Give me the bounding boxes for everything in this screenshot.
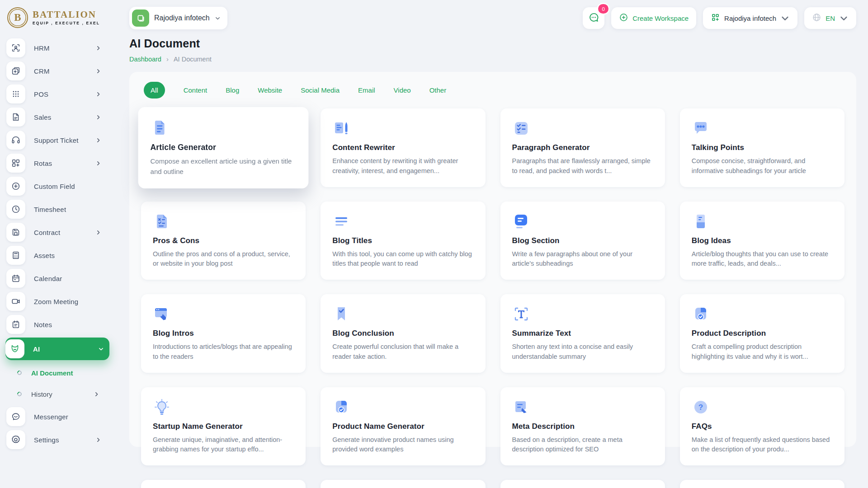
tab-email[interactable]: Email [358,86,375,94]
tool-card[interactable] [500,480,665,488]
tool-card-blog-conclusion[interactable]: Blog ConclusionCreate powerful conclusio… [321,294,485,373]
box-check-icon [332,398,473,416]
tool-card-meta-description[interactable]: Meta DescriptionBased on a description, … [500,387,665,466]
tool-card-product-name-generator[interactable]: Product Name GeneratorGenerate innovativ… [321,387,485,466]
tool-card-blog-intros[interactable]: Blog IntrosIntroductions to articles/blo… [141,294,306,373]
tool-card-summarize-text[interactable]: Summarize TextShorten any text into a co… [500,294,665,373]
tab-blog[interactable]: Blog [226,86,239,94]
card-title: Product Name Generator [332,422,473,431]
breadcrumb-current: AI Document [174,56,212,63]
card-title: FAQs [692,422,833,431]
card-title: Product Description [692,329,833,338]
sidebar-item-pos[interactable]: POS [6,84,107,104]
tool-card-content-rewriter[interactable]: Content RewriterEnhance content by rewri… [321,108,485,187]
tab-other[interactable]: Other [429,86,447,94]
card-description: Make a list of frequently asked question… [692,435,833,455]
card-description: Generate unique, imaginative, and attent… [153,435,294,455]
sidebar-item-label: Contract [34,229,60,236]
tab-content[interactable]: Content [184,86,208,94]
tool-card-talking-points[interactable]: Talking PointsCompose concise, straightf… [680,108,844,187]
sidebar-item-calendar[interactable]: Calendar [6,268,107,289]
tool-card-paragraph-generator[interactable]: Paragraph GeneratorParagraphs that are f… [500,108,665,187]
tool-card-blog-section[interactable]: Blog SectionWrite a few paragraphs about… [500,202,665,280]
ai-icon [5,339,24,358]
breadcrumb-separator: › [166,55,169,63]
lines-icon [332,212,473,230]
create-workspace-label: Create Workspace [632,14,689,22]
sidebar-item-notes[interactable]: Notes [6,314,107,335]
card-description: Based on a description, create a meta de… [512,435,653,455]
sidebar-item-label: CRM [34,67,50,75]
sidebar-item-history[interactable]: History [17,384,107,404]
sidebar-item-settings[interactable]: Settings [6,429,107,450]
bullet-icon [16,370,23,376]
workspace-name: Rajodiya infotech [154,14,210,22]
company-menu-label: Rajodiya infotech [724,14,776,22]
sidebar-item-rotas[interactable]: Rotas [6,153,107,174]
notification-badge: 0 [598,4,609,14]
note-pen-icon [512,398,653,416]
sidebar-item-sales[interactable]: Sales [6,107,107,127]
sidebar-item-crm[interactable]: CRM [6,61,107,81]
tool-card[interactable] [680,480,844,488]
sidebar-item-custom-field[interactable]: Custom Field [6,176,107,197]
hrm-icon [6,38,25,57]
tools-panel: AllContentBlogWebsiteSocial MediaEmailVi… [129,72,856,447]
tool-card-blog-titles[interactable]: Blog TitlesWith this tool, you can come … [321,202,485,280]
sidebar-item-timesheet[interactable]: Timesheet [6,199,107,220]
chevron-right-icon [95,68,101,74]
settings-icon [6,430,25,449]
tab-all[interactable]: All [144,82,165,99]
timesheet-icon [6,200,25,219]
tool-card[interactable] [321,480,485,488]
card-description: Generate innovative product names using … [332,435,473,455]
chevron-right-icon [95,91,101,97]
tool-card-blog-ideas[interactable]: Blog IdeasArticle/blog thoughts that you… [680,202,844,280]
sidebar-subitem-label: AI Document [31,369,73,377]
crm-icon [6,61,25,80]
sidebar-item-ai-document[interactable]: AI Document [17,363,107,383]
sidebar-item-messenger[interactable]: Messenger [6,406,107,427]
tool-card-pros-cons[interactable]: Pros & ConsOutline the pros and cons of … [141,202,306,280]
tool-card[interactable]: ? [141,480,306,488]
breadcrumb-dashboard-link[interactable]: Dashboard [129,56,161,63]
chevron-right-icon [95,45,101,51]
pros-cons-icon [153,212,294,230]
contract-icon [6,223,25,242]
custom-field-icon [6,177,25,196]
tab-social-media[interactable]: Social Media [301,86,340,94]
tool-card-product-description[interactable]: Product DescriptionCraft a compelling pr… [680,294,844,373]
language-menu[interactable]: EN [804,7,856,29]
workspace-selector[interactable]: Rajodiya infotech [129,7,227,29]
pos-icon [6,84,25,103]
card-description: Introductions to articles/blogs that are… [153,342,294,362]
card-title: Content Rewriter [332,143,473,152]
question-circle-icon: ? [692,398,833,416]
sidebar-item-label: Custom Field [34,183,75,190]
sidebar-item-hrm[interactable]: HRM [6,38,107,58]
tab-video[interactable]: Video [394,86,411,94]
workspace-logo-icon [132,9,149,27]
card-title: Article Generator [151,143,297,153]
sidebar-item-support-ticket[interactable]: Support Ticket [6,130,107,150]
sidebar-item-ai[interactable]: AI [5,338,109,360]
messenger-icon [6,407,25,426]
company-menu[interactable]: Rajodiya infotech [703,7,797,29]
tool-card-article-generator[interactable]: Article GeneratorCompose an excellent ar… [138,107,309,188]
file-text-icon [151,118,297,137]
sidebar-item-label: AI [33,345,40,353]
create-workspace-button[interactable]: Create Workspace [611,7,696,29]
sidebar-item-label: Calendar [34,275,62,282]
sidebar-item-contract[interactable]: Contract [6,222,107,243]
sidebar-item-label: Rotas [34,160,52,167]
card-description: Compose an excellent article using a giv… [151,157,297,177]
tool-card-faqs[interactable]: ?FAQsMake a list of frequently asked que… [680,387,844,466]
sidebar-item-zoom-meeting[interactable]: Zoom Meeting [6,291,107,312]
chevron-down-icon [98,346,104,352]
tool-card-startup-name-generator[interactable]: Startup Name GeneratorGenerate unique, i… [141,387,306,466]
notebook-icon [692,212,833,230]
messages-button[interactable]: 0 [583,7,604,29]
sidebar-item-assets[interactable]: Assets [6,245,107,266]
card-description: Shorten any text into a concise and easi… [512,342,653,362]
tab-website[interactable]: Website [258,86,282,94]
